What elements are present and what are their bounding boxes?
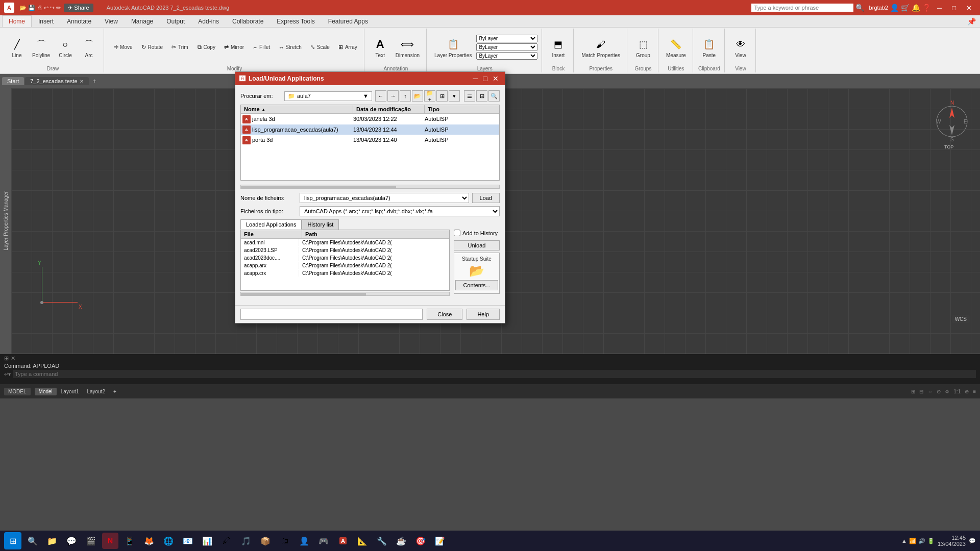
nav-up-button[interactable]: ↑: [400, 90, 411, 102]
help-button[interactable]: Help: [467, 309, 500, 320]
lisp-icon: A: [242, 115, 251, 123]
folder-icon: 📁: [288, 93, 295, 99]
nav-back-button[interactable]: ←: [375, 90, 386, 102]
view-list-button[interactable]: ☰: [464, 90, 475, 102]
col-type-header[interactable]: Tipo: [425, 105, 499, 113]
dialog-title-text: Load/Unload Applications: [249, 75, 324, 82]
scrollbar-thumb: [241, 186, 396, 189]
list-item[interactable]: acapp.crx C:\Program Files\Autodesk\Auto…: [241, 269, 449, 277]
list-item[interactable]: acapp.arx C:\Program Files\Autodesk\Auto…: [241, 262, 449, 269]
loaded-apps-actions: Add to History Unload Startup Suite 📂 Co…: [454, 230, 500, 300]
la-path-cell: C:\Program Files\Autodesk\AutoCAD 2(: [299, 247, 449, 254]
dialog-overlay: 🅰 Load/Unload Applications ─ □ ✕ Procura…: [0, 0, 980, 551]
startup-suite-label: Startup Suite: [462, 256, 492, 262]
la-rows: acad.mnl C:\Program Files\Autodesk\AutoC…: [241, 239, 449, 277]
nav-view-button[interactable]: ⊞: [436, 90, 448, 102]
la-file-cell: acad.mnl: [241, 239, 299, 246]
file-row[interactable]: A janela 3d 30/03/2023 12:22 AutoLISP: [241, 114, 499, 124]
loaded-apps-scrollbar-thumb: [241, 293, 366, 296]
la-file-cell: acad2023.LSP: [241, 247, 299, 254]
loaded-apps-list: File Path acad.mnl C:\Program Files\Auto…: [240, 230, 450, 291]
col-date-header[interactable]: Data de modificação: [353, 105, 425, 113]
startup-suite-box: Startup Suite 📂 Contents...: [454, 253, 500, 294]
dialog-footer: Close Help: [235, 305, 505, 323]
file-icon: A: [241, 126, 252, 134]
file-list-body: A janela 3d 30/03/2023 12:22 AutoLISP A …: [241, 114, 499, 180]
la-file-cell: acapp.arx: [241, 262, 299, 269]
unload-button[interactable]: Unload: [454, 240, 500, 251]
add-to-history-checkbox[interactable]: [454, 230, 460, 236]
folder-name: aula7: [297, 93, 311, 99]
filetype-label: Ficheiros do tipo:: [240, 208, 297, 214]
file-type-cell: AutoLISP: [425, 116, 499, 122]
loaded-apps-tab[interactable]: Loaded Applications: [240, 219, 302, 230]
loaded-apps-tabs: Loaded Applications History list: [240, 219, 500, 230]
dialog-minimize-button[interactable]: ─: [471, 74, 480, 83]
nav-new-folder-button[interactable]: 📁+: [424, 90, 435, 102]
folder-row: Procurar em: 📁 aula7 ▼ ← → ↑ 📂 📁+ ⊞ ▾ ☰: [240, 90, 500, 102]
la-col-file-header: File: [241, 230, 302, 238]
view-details-button[interactable]: ⊞: [476, 90, 487, 102]
file-list-header: Nome ▲ Data de modificação Tipo: [241, 105, 499, 114]
file-icon: A: [241, 136, 252, 144]
dialog-close-button[interactable]: ✕: [491, 74, 501, 83]
file-name-cell: janela 3d: [252, 116, 353, 122]
file-name-cell: porta 3d: [252, 137, 353, 143]
dialog-titlebar: 🅰 Load/Unload Applications ─ □ ✕: [235, 72, 505, 85]
close-dialog-button[interactable]: Close: [427, 309, 462, 320]
nav-forward-button[interactable]: →: [387, 90, 399, 102]
la-path-cell: C:\Program Files\Autodesk\AutoCAD 2(: [299, 255, 449, 261]
la-path-cell: C:\Program Files\Autodesk\AutoCAD 2(: [299, 262, 449, 269]
file-row[interactable]: A lisp_programacao_escadas(aula7) 13/04/…: [241, 124, 499, 135]
dialog-app-icon: 🅰: [239, 75, 246, 82]
list-item[interactable]: acad.mnl C:\Program Files\Autodesk\AutoC…: [241, 239, 449, 246]
filetype-select[interactable]: AutoCAD Apps (*.arx;*.crx;*.lsp;*.dvb;*.…: [300, 206, 500, 216]
dialog-title-left: 🅰 Load/Unload Applications: [239, 75, 324, 82]
loaded-apps-body: File Path acad.mnl C:\Program Files\Auto…: [240, 230, 500, 300]
filename-row: Nome de ficheiro: lisp_programacao_escad…: [240, 193, 500, 203]
horizontal-scrollbar[interactable]: [240, 185, 500, 189]
la-path-cell: C:\Program Files\Autodesk\AutoCAD 2(: [299, 239, 449, 246]
file-name-cell: lisp_programacao_escadas(aula7): [252, 127, 353, 133]
list-item[interactable]: acad2023doc.... C:\Program Files\Autodes…: [241, 254, 449, 262]
history-list-tab[interactable]: History list: [302, 219, 339, 230]
la-col-path-header: Path: [302, 230, 449, 238]
file-list: Nome ▲ Data de modificação Tipo A janela…: [240, 105, 500, 181]
loaded-apps-list-container: File Path acad.mnl C:\Program Files\Auto…: [240, 230, 450, 300]
loaded-apps-section: Loaded Applications History list File Pa…: [240, 219, 500, 300]
load-button[interactable]: Load: [472, 193, 500, 203]
file-date-cell: 13/04/2023 12:40: [353, 137, 425, 143]
dialog-body: Procurar em: 📁 aula7 ▼ ← → ↑ 📂 📁+ ⊞ ▾ ☰: [235, 85, 505, 305]
load-unload-dialog: 🅰 Load/Unload Applications ─ □ ✕ Procura…: [235, 71, 505, 323]
filename-label: Nome de ficheiro:: [240, 195, 297, 201]
view-search-button[interactable]: 🔍: [488, 90, 500, 102]
footer-input[interactable]: [240, 309, 423, 320]
contents-button[interactable]: Contents...: [455, 280, 498, 290]
file-date-cell: 13/04/2023 12:44: [353, 127, 425, 133]
dialog-maximize-button[interactable]: □: [481, 74, 489, 83]
loaded-apps-header: File Path: [241, 230, 449, 239]
lisp-icon: A: [242, 136, 251, 144]
loaded-apps-scrollbar[interactable]: [240, 292, 450, 296]
nav-more-button[interactable]: ▾: [449, 90, 460, 102]
nav-folder-button[interactable]: 📂: [412, 90, 423, 102]
lisp-icon: A: [242, 126, 251, 134]
file-type-cell: AutoLISP: [425, 137, 499, 143]
filetype-row: Ficheiros do tipo: AutoCAD Apps (*.arx;*…: [240, 206, 500, 216]
la-file-cell: acad2023doc....: [241, 255, 299, 261]
col-name-header[interactable]: Nome ▲: [241, 105, 353, 113]
file-date-cell: 30/03/2023 12:22: [353, 116, 425, 122]
la-file-cell: acapp.crx: [241, 270, 299, 277]
folder-select[interactable]: 📁 aula7 ▼: [284, 91, 372, 101]
file-icon: A: [241, 115, 252, 123]
folder-dropdown-icon: ▼: [363, 93, 369, 99]
list-item[interactable]: acad2023.LSP C:\Program Files\Autodesk\A…: [241, 246, 449, 254]
add-to-history-row: Add to History: [454, 230, 500, 236]
filename-select[interactable]: lisp_programacao_escadas(aula7): [300, 193, 469, 203]
startup-suite-icon: 📂: [469, 264, 484, 278]
nav-buttons: ← → ↑ 📂 📁+ ⊞ ▾: [375, 90, 460, 102]
file-row[interactable]: A porta 3d 13/04/2023 12:40 AutoLISP: [241, 135, 499, 145]
file-type-cell: AutoLISP: [425, 127, 499, 133]
la-path-cell: C:\Program Files\Autodesk\AutoCAD 2(: [299, 270, 449, 277]
view-buttons: ☰ ⊞ 🔍: [464, 90, 500, 102]
